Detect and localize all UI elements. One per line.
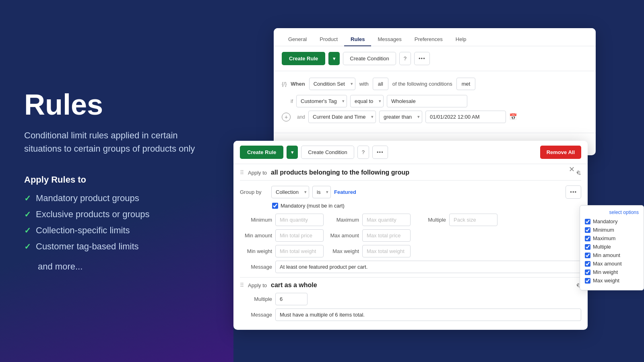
min-weight-input[interactable] [275, 245, 324, 257]
list-item: ✓Mandatory product groups [24, 193, 209, 204]
condition-value-input-2[interactable] [425, 111, 506, 123]
min-amount-label: Min amount [240, 232, 272, 239]
max-weight-label: Max weight [327, 248, 359, 254]
mandatory-row: Mandatory (must be in cart) [240, 203, 581, 209]
help-icon-button-2[interactable]: ? [357, 146, 369, 159]
tab-preferences[interactable]: Preferences [408, 33, 449, 46]
group-by-more-button[interactable]: ••• [566, 185, 581, 199]
tab-product[interactable]: Product [313, 33, 344, 46]
help-icon-button[interactable]: ? [399, 52, 411, 65]
create-rule-dropdown[interactable]: ▾ [328, 52, 340, 65]
option-mandatory-checkbox[interactable] [585, 219, 590, 224]
grid-icon-2: ⠿ [240, 169, 244, 176]
condition-operator-select-2[interactable]: greater than [379, 111, 422, 123]
condition-set-select[interactable]: Condition Set [309, 78, 355, 90]
option-minimum-checkbox[interactable] [585, 227, 590, 233]
check-icon: ✓ [24, 193, 31, 203]
minimum-label: Minimum [240, 217, 272, 223]
min-amount-input[interactable] [275, 229, 324, 242]
feature-list: ✓Mandatory product groups ✓Exclusive pro… [24, 193, 209, 257]
select-options-link[interactable]: select options [585, 210, 639, 215]
multiple-row-2: Multiple [240, 293, 581, 305]
and-more-text: and more... [38, 261, 209, 272]
min-quantity-input[interactable] [275, 214, 324, 226]
tab-bar: General Product Rules Messages Preferenc… [274, 28, 596, 46]
tab-general[interactable]: General [282, 33, 313, 46]
group-by-field-select[interactable]: Collection [271, 186, 309, 198]
option-min-amount-label: Min amount [593, 252, 620, 258]
calendar-icon[interactable]: 📅 [509, 113, 517, 121]
amount-row: Min amount Max amount [240, 229, 581, 242]
braces-icon: {/} [282, 81, 287, 87]
message-row-1: Message [240, 261, 581, 273]
bottom-card: Create Rule ▾ Create Condition ? ••• Rem… [233, 141, 588, 330]
apply-section-2: ⠿ Apply to cart as a whole ⇅ [240, 277, 581, 289]
create-rule-button-2[interactable]: Create Rule [240, 146, 283, 159]
check-icon: ✓ [24, 226, 31, 235]
multiple-label: Multiple [414, 217, 446, 223]
tab-help[interactable]: Help [449, 33, 473, 46]
mandatory-checkbox[interactable] [272, 203, 278, 209]
met-pill: met [456, 78, 476, 90]
add-condition-button[interactable]: + [282, 113, 291, 121]
condition-operator-select-1[interactable]: equal to [350, 95, 384, 107]
more-options-button-2[interactable]: ••• [372, 146, 388, 159]
all-pill: all [373, 78, 388, 90]
option-maximum-label: Maximum [593, 235, 615, 241]
option-maximum-checkbox[interactable] [585, 236, 590, 241]
max-quantity-input[interactable] [362, 214, 411, 226]
min-weight-label: Min weight [240, 248, 272, 254]
option-max-weight: Max weight [585, 278, 639, 284]
condition-field-select-2[interactable]: Current Date and Time [308, 111, 376, 123]
multiple-value-input[interactable] [275, 293, 308, 305]
close-button[interactable]: ✕ [569, 165, 575, 174]
message-input-1[interactable] [275, 261, 581, 273]
create-rule-button[interactable]: Create Rule [282, 52, 325, 65]
group-by-row: Group by Collection is Featured ••• [240, 185, 581, 199]
with-text: with [359, 81, 369, 87]
option-min-amount-checkbox[interactable] [585, 253, 590, 258]
multiple-label-2: Multiple [240, 296, 272, 302]
of-following-text: of the following conditions [392, 81, 452, 87]
option-min-weight: Min weight [585, 269, 639, 275]
more-options-button[interactable]: ••• [414, 52, 430, 65]
create-condition-button-2[interactable]: Create Condition [301, 146, 354, 159]
apply-to-label-3: Apply to [248, 282, 267, 288]
when-row: {/} When Condition Set with all of the f… [282, 78, 588, 90]
top-card: General Product Rules Messages Preferenc… [274, 28, 596, 155]
apply-rules-title: Apply Rules to [24, 175, 209, 185]
option-max-amount-label: Max amount [593, 261, 622, 267]
option-max-weight-checkbox[interactable] [585, 278, 590, 284]
message-input-2[interactable] [275, 309, 581, 321]
list-item: ✓Collection-specific limits [24, 225, 209, 236]
message-label-2: Message [240, 312, 272, 318]
group-by-value: Featured [334, 189, 562, 195]
apply-to-value-3: cart as a whole [271, 282, 317, 289]
pack-size-input[interactable] [449, 214, 497, 226]
option-max-weight-label: Max weight [593, 278, 619, 284]
and-label: and [294, 114, 305, 120]
condition-value-input-1[interactable] [387, 95, 467, 107]
condition-field-select-1[interactable]: Customer's Tag [296, 95, 347, 107]
group-by-operator-select[interactable]: is [312, 186, 331, 198]
create-rule-dropdown-2[interactable]: ▾ [287, 146, 298, 159]
option-multiple-checkbox[interactable] [585, 244, 590, 250]
apply-to-value-2: all products belonging to the following … [271, 169, 409, 176]
max-amount-input[interactable] [362, 229, 411, 242]
when-label: When [291, 81, 305, 87]
left-panel: Rules Conditional limit rules applied in… [0, 0, 233, 362]
option-maximum: Maximum [585, 235, 639, 241]
option-minimum-label: Minimum [593, 227, 614, 233]
right-panel: General Product Rules Messages Preferenc… [233, 0, 644, 362]
create-condition-button[interactable]: Create Condition [343, 52, 396, 65]
condition-set-wrap[interactable]: Condition Set [309, 78, 355, 90]
option-min-weight-label: Min weight [593, 269, 618, 275]
list-item: ✓Exclusive products or groups [24, 209, 209, 220]
remove-all-button[interactable]: Remove All [540, 146, 581, 159]
option-min-weight-checkbox[interactable] [585, 269, 590, 275]
apply-to-label-2: Apply to [248, 170, 267, 176]
tab-messages[interactable]: Messages [371, 33, 408, 46]
option-max-amount-checkbox[interactable] [585, 261, 590, 267]
max-weight-input[interactable] [362, 245, 411, 257]
tab-rules[interactable]: Rules [344, 33, 371, 46]
